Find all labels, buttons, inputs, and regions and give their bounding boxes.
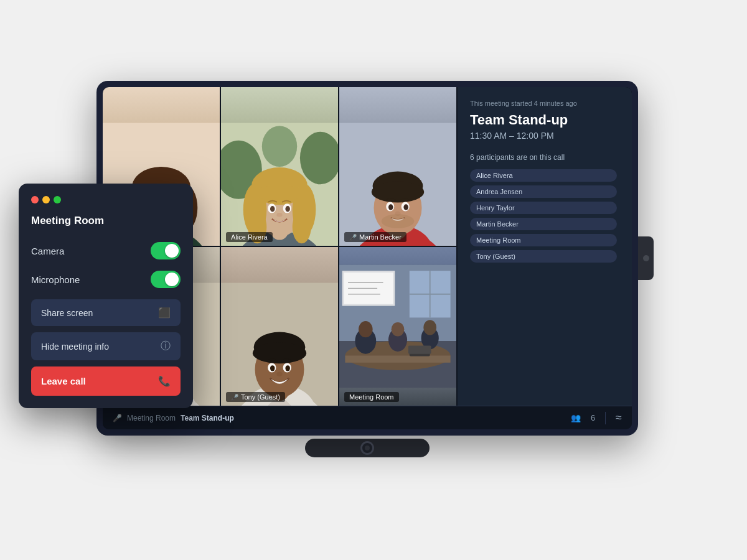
microphone-row: Microphone [31, 271, 181, 288]
tv-camera-bump [638, 236, 654, 280]
share-screen-label: Share screen [41, 308, 93, 318]
mic-symbol: 🎤 [113, 414, 122, 422]
webcam-lens [360, 441, 374, 455]
meeting-time: 11:30 AM – 12:00 PM [470, 131, 619, 141]
participants-count-bar: 6 [591, 413, 595, 422]
svg-point-31 [270, 206, 275, 212]
participant-chip-4: Meeting Room [470, 234, 617, 246]
camera-label: Camera [31, 246, 64, 256]
svg-point-85 [423, 320, 436, 335]
name-tony: Tony (Guest) [241, 393, 280, 401]
dot-red[interactable] [31, 196, 39, 203]
name-tag-tony: 🎤 Tony (Guest) [226, 392, 285, 402]
microphone-toggle[interactable] [151, 271, 181, 288]
name-meetingroom: Meeting Room [349, 393, 394, 401]
meeting-name-bar: Team Stand-up [181, 414, 234, 422]
svg-point-83 [392, 322, 405, 337]
name-tag-meetingroom: Meeting Room [344, 392, 399, 402]
svg-point-44 [403, 204, 408, 210]
participant-chip-5: Tony (Guest) [470, 250, 617, 263]
svg-point-32 [285, 206, 290, 212]
svg-rect-79 [345, 356, 450, 363]
svg-point-71 [276, 371, 282, 376]
share-screen-button[interactable]: Share screen ⬛ [31, 299, 181, 326]
svg-point-33 [276, 213, 282, 217]
dot-green[interactable] [54, 196, 61, 203]
camera-row: Camera [31, 242, 181, 259]
webcam-bar [305, 439, 430, 457]
video-cell-6: Meeting Room [339, 247, 456, 406]
svg-point-46 [382, 214, 415, 228]
microphone-label: Microphone [31, 274, 80, 285]
tv-camera-dot [643, 255, 649, 261]
meeting-title: Team Stand-up [470, 112, 619, 128]
bottom-left: 🎤 Meeting Room Team Stand-up [113, 414, 234, 422]
wave-icon: ≈ [616, 411, 622, 424]
bottom-bar: 🎤 Meeting Room Team Stand-up 👥 6 ≈ [103, 406, 632, 429]
info-icon: ⓘ [161, 340, 171, 353]
meeting-started-label: This meeting started 4 minutes ago [470, 100, 619, 107]
svg-point-27 [293, 211, 311, 244]
hide-info-label: Hide meeting info [41, 342, 109, 352]
svg-rect-92 [408, 346, 431, 354]
panel-title: Meeting Room [31, 215, 181, 227]
people-icon: 👥 [571, 413, 581, 422]
camera-toggle[interactable] [151, 242, 181, 259]
share-screen-icon: ⬛ [158, 307, 171, 319]
microphone-toggle-knob [165, 273, 179, 286]
svg-point-19 [262, 126, 297, 167]
bottom-right: 👥 6 ≈ [571, 411, 622, 424]
hide-meeting-info-button[interactable]: Hide meeting info ⓘ [31, 332, 181, 360]
control-panel: Meeting Room Camera Microphone Share scr… [19, 184, 193, 408]
name-tag-martin: 🎤 Martin Becker [344, 232, 406, 242]
svg-point-66 [253, 342, 306, 363]
window-dots [31, 196, 181, 203]
video-cell-5: 🎤 Tony (Guest) [221, 247, 338, 406]
muted-icon-tony: 🎤 [231, 394, 238, 401]
participants-list: Alice Rivera Andrea Jensen Henry Taylor … [470, 169, 619, 266]
svg-point-43 [388, 204, 393, 210]
svg-point-81 [359, 321, 373, 337]
bottom-divider [605, 412, 606, 424]
muted-icon-martin: 🎤 [349, 234, 357, 241]
room-name: Meeting Room [127, 414, 176, 422]
participants-count: 6 participants are on this call [470, 153, 619, 162]
info-panel: This meeting started 4 minutes ago Team … [458, 87, 632, 406]
leave-call-button[interactable]: Leave call 📞 [31, 366, 181, 396]
svg-point-69 [270, 365, 275, 371]
participant-chip-1: Andrea Jensen [470, 185, 617, 198]
tv-stand [96, 436, 638, 457]
name-martin: Martin Becker [359, 233, 402, 241]
name-alice: Alice Rivera [231, 233, 268, 241]
participant-chip-3: Martin Becker [470, 218, 617, 230]
dot-yellow[interactable] [42, 196, 50, 203]
video-cell-2: Alice Rivera [221, 87, 338, 246]
camera-toggle-knob [165, 244, 179, 258]
phone-icon: 📞 [158, 375, 171, 387]
participant-chip-2: Henry Taylor [470, 202, 617, 214]
name-tag-alice: Alice Rivera [226, 232, 273, 242]
leave-call-label: Leave call [41, 376, 86, 386]
svg-point-40 [372, 182, 425, 203]
svg-point-70 [285, 365, 290, 371]
svg-point-28 [255, 185, 304, 201]
participant-chip-0: Alice Rivera [470, 169, 617, 182]
video-cell-3: 🎤 Martin Becker [339, 87, 456, 246]
